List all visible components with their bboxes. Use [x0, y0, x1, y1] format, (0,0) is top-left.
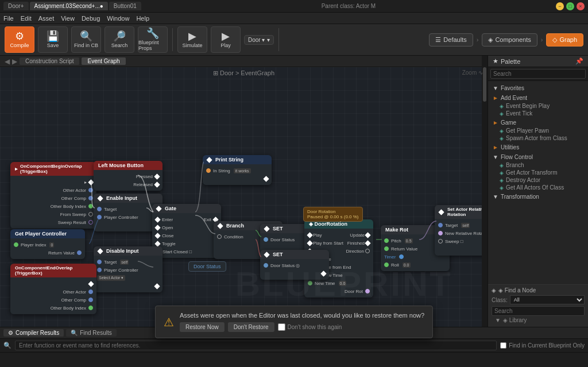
- search-icon: 🔎: [113, 31, 126, 41]
- node-gate[interactable]: Gate Enter Exit Open Close Toggle: [152, 204, 221, 258]
- find-current-checkbox[interactable]: [500, 342, 506, 349]
- breadcrumb: ⊞ Door > EventGraph: [213, 69, 274, 77]
- notification-message: Assets were open when the Editor was las…: [180, 312, 424, 319]
- class-select[interactable]: All: [510, 295, 585, 304]
- transformation-section: ▼ Transformation: [488, 192, 588, 202]
- compile-icon: ⚙: [15, 31, 24, 41]
- node-get-player-body: Player Index 0 Return Value: [10, 238, 85, 259]
- find-results-icon: 🔍: [71, 330, 78, 336]
- menu-edit[interactable]: Edit: [21, 15, 32, 22]
- dont-show-checkbox[interactable]: [278, 323, 285, 331]
- props-icon: 🔧: [146, 28, 159, 38]
- blueprint-canvas[interactable]: ⊞ Door > EventGraph Zoom ∿: [0, 67, 488, 327]
- palette-header: ★ Palette 📌: [488, 56, 588, 67]
- node-set-actor-rotation[interactable]: Set Actor Relative Rotation Target self …: [435, 205, 488, 256]
- find-results-tab[interactable]: 🔍 Find Results: [66, 329, 117, 337]
- flow-control-section: ▼ Flow Control ◈ Branch ◈ Get Actor Tran…: [488, 152, 588, 192]
- get-player-pawn-item[interactable]: ◈ Get Player Pawn: [488, 127, 588, 134]
- exec-icon: ▸: [15, 166, 18, 172]
- defaults-tab[interactable]: ☰ Defaults: [429, 33, 473, 47]
- event-graph-tab[interactable]: Event Graph: [82, 57, 125, 65]
- save-icon: 💾: [47, 31, 59, 41]
- get-actor-transform-item[interactable]: ◈ Get Actor Transform: [488, 169, 588, 176]
- compile-button[interactable]: ⚙ Compile: [5, 26, 34, 53]
- favorites-header[interactable]: ▼ Favorites: [488, 84, 588, 92]
- node-on-overlap-end-header: OnComponentEndOverlap (TriggerBox): [10, 264, 96, 277]
- compile-label: Compile: [10, 43, 29, 48]
- pin-pressed: Pressed: [94, 172, 163, 180]
- maximize-button[interactable]: □: [566, 2, 574, 10]
- transformation-header[interactable]: ▼ Transformation: [488, 192, 588, 201]
- node-on-overlap-begin[interactable]: ▸ OnComponentBeginOverlap (TriggerBox) ▸…: [10, 162, 96, 229]
- graph-tab[interactable]: ◇ Graph: [546, 33, 583, 47]
- props-label: Blueprint Props: [138, 40, 167, 51]
- toolbar: ⚙ Compile 💾 Save 🔍 Find in CB 🔎 Search 🔧…: [0, 24, 588, 56]
- game-header[interactable]: ► Game: [488, 118, 588, 127]
- node-disable-input-header: Disable Input: [94, 246, 163, 256]
- menu-help[interactable]: Help: [136, 15, 149, 22]
- branch-item-icon: ◈: [500, 163, 504, 168]
- blueprint-props-button[interactable]: 🔧 Blueprint Props: [138, 26, 168, 53]
- node-gate-header: Gate: [152, 204, 221, 213]
- utilities-header[interactable]: ► Utilities: [488, 143, 588, 152]
- canvas-scrollbar[interactable]: [482, 56, 488, 327]
- node-left-mouse[interactable]: Left Mouse Button Pressed Released: [94, 161, 163, 191]
- find-search-input[interactable]: [492, 306, 585, 316]
- bp-back-button[interactable]: ◀: [5, 57, 10, 65]
- destroy-actor-item[interactable]: ◈ Destroy Actor: [488, 176, 588, 184]
- construction-script-tab[interactable]: Construction Script: [20, 57, 79, 65]
- dont-restore-button[interactable]: Don't Restore: [228, 322, 274, 332]
- play-button[interactable]: ▶ Play: [211, 26, 241, 53]
- menu-file[interactable]: File: [3, 15, 14, 22]
- save-button[interactable]: 💾 Save: [38, 26, 68, 53]
- node-print-string[interactable]: Print String In String it works: [203, 155, 272, 185]
- find-cb-label: Find in CB: [74, 43, 98, 48]
- add-event-header[interactable]: ► Add Event: [488, 94, 588, 102]
- restore-now-button[interactable]: Restore Now: [180, 322, 225, 332]
- menu-debug[interactable]: Debug: [82, 15, 100, 22]
- node-on-overlap-end[interactable]: OnComponentEndOverlap (TriggerBox) Other…: [10, 264, 96, 314]
- title-tab-door[interactable]: Door+: [3, 2, 29, 10]
- minimize-button[interactable]: −: [556, 2, 564, 10]
- get-player-pawn-icon: ◈: [500, 128, 504, 134]
- pin-sar-out: [435, 245, 488, 253]
- simulate-button[interactable]: ▶ Simulate: [177, 26, 207, 53]
- debug-filter-icon: ▾: [267, 37, 270, 43]
- debug-filter-button[interactable]: Door ▾ ▾: [244, 35, 274, 45]
- close-button[interactable]: ×: [577, 2, 585, 10]
- door-status-node[interactable]: Door Status: [188, 261, 226, 272]
- flow-control-header[interactable]: ▼ Flow Control: [488, 153, 588, 161]
- menu-window[interactable]: Window: [107, 15, 129, 22]
- node-get-player[interactable]: Get Player Controller Player Index 0 Ret…: [10, 229, 85, 259]
- palette-pin-icon[interactable]: 📌: [575, 57, 583, 65]
- pin-gate-close: Close: [152, 231, 221, 239]
- components-tab[interactable]: ◈ Components: [482, 33, 537, 47]
- spawn-actor-item[interactable]: ◈ Spawn Actor from Class: [488, 134, 588, 142]
- node-get-player-header: Get Player Controller: [10, 229, 85, 238]
- menu-view[interactable]: View: [61, 15, 75, 22]
- compiler-results-tab[interactable]: ⚙ Compiler Results: [3, 329, 64, 337]
- node-on-overlap-begin-header: ▸ OnComponentBeginOverlap (TriggerBox): [10, 162, 96, 176]
- branch-item[interactable]: ◈ Branch: [488, 161, 588, 169]
- bp-forward-button[interactable]: ▶: [12, 57, 17, 65]
- event-tick-item[interactable]: ◈ Event Tick: [488, 110, 588, 117]
- library-item[interactable]: ▼ ◈ Library: [492, 316, 585, 324]
- pin-sar-sweep: Sweep □: [435, 237, 488, 245]
- node-left-mouse-body: Pressed Released: [94, 170, 163, 191]
- spawn-actor-icon: ◈: [500, 136, 504, 141]
- blueprint-area[interactable]: ◀ ▶ Construction Script Event Graph ⊞ Do…: [0, 56, 488, 327]
- event-begin-play-item[interactable]: ◈ Event Begin Play: [488, 102, 588, 110]
- search-button[interactable]: 🔎 Search: [105, 26, 134, 53]
- title-tab-assignment[interactable]: Assignment.03Second+...●: [30, 2, 108, 10]
- node-disable-input[interactable]: Disable Input Target self Player Control…: [94, 246, 163, 292]
- get-all-actors-item[interactable]: ◈ Get All Actors Of Class: [488, 184, 588, 191]
- bottom-search-bar: 🔍 Find in Current Blueprint Only: [0, 339, 588, 353]
- palette-search-input[interactable]: [490, 69, 586, 79]
- bottom-search-input[interactable]: [15, 341, 497, 350]
- find-cb-button[interactable]: 🔍 Find in CB: [71, 26, 101, 53]
- get-all-actors-icon: ◈: [500, 185, 504, 191]
- add-event-section: ► Add Event ◈ Event Begin Play ◈ Event T…: [488, 93, 588, 118]
- title-tab-button[interactable]: Button01: [109, 2, 141, 10]
- get-actor-transform-icon: ◈: [500, 170, 504, 176]
- menu-asset[interactable]: Asset: [38, 15, 55, 22]
